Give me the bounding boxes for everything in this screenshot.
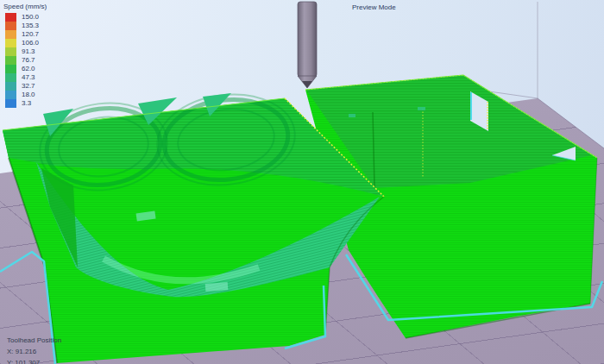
legend-entry: 3.3 xyxy=(5,99,47,108)
toolhead-x-value: X: 91.216 xyxy=(7,346,61,357)
legend-value: 18.0 xyxy=(16,91,35,99)
legend-color-swatch xyxy=(5,47,16,56)
legend-color-swatch xyxy=(5,56,16,65)
toolhead-y-value: Y: 101.307 xyxy=(7,357,61,364)
legend-entry: 106.0 xyxy=(5,39,47,47)
legend-value: 120.7 xyxy=(16,30,39,39)
legend-color-swatch xyxy=(5,73,16,82)
legend-color-swatch xyxy=(5,99,16,108)
legend-value: 106.0 xyxy=(16,39,39,47)
legend-value: 135.3 xyxy=(16,22,39,30)
legend-color-swatch xyxy=(5,13,16,22)
legend-entry: 120.7 xyxy=(5,30,47,39)
speed-legend: Speed (mm/s) 150.0 135.3 120.7 106.0 91.… xyxy=(3,3,47,108)
legend-value: 47.3 xyxy=(16,73,35,82)
preview-mode-label: Preview Mode xyxy=(352,3,396,11)
legend-color-swatch xyxy=(5,39,16,47)
legend-entry: 18.0 xyxy=(5,91,47,99)
legend-color-swatch xyxy=(5,91,16,99)
slicer-preview-viewport[interactable]: Speed (mm/s) 150.0 135.3 120.7 106.0 91.… xyxy=(0,0,604,364)
gcode-preview-scene xyxy=(0,0,604,364)
legend-color-swatch xyxy=(5,30,16,39)
legend-entry: 47.3 xyxy=(5,73,47,82)
legend-entry: 150.0 xyxy=(5,13,47,22)
legend-entry: 135.3 xyxy=(5,22,47,30)
legend-value: 3.3 xyxy=(16,99,31,108)
legend-entry: 62.0 xyxy=(5,65,47,73)
legend-color-swatch xyxy=(5,82,16,91)
legend-value: 150.0 xyxy=(16,13,39,22)
legend-color-swatch xyxy=(5,22,16,30)
toolhead-nozzle xyxy=(298,2,317,88)
toolhead-position-readout: Toolhead Position X: 91.216 Y: 101.307 xyxy=(7,335,61,364)
legend-value: 32.7 xyxy=(16,82,35,91)
legend-value: 62.0 xyxy=(16,65,35,73)
legend-entry: 32.7 xyxy=(5,82,47,91)
legend-color-swatch xyxy=(5,65,16,73)
legend-value: 91.3 xyxy=(16,47,35,56)
legend-entry: 76.7 xyxy=(5,56,47,65)
legend-title: Speed (mm/s) xyxy=(3,3,47,10)
toolhead-position-title: Toolhead Position xyxy=(7,335,61,346)
legend-entry: 91.3 xyxy=(5,47,47,56)
legend-value: 76.7 xyxy=(16,56,35,65)
